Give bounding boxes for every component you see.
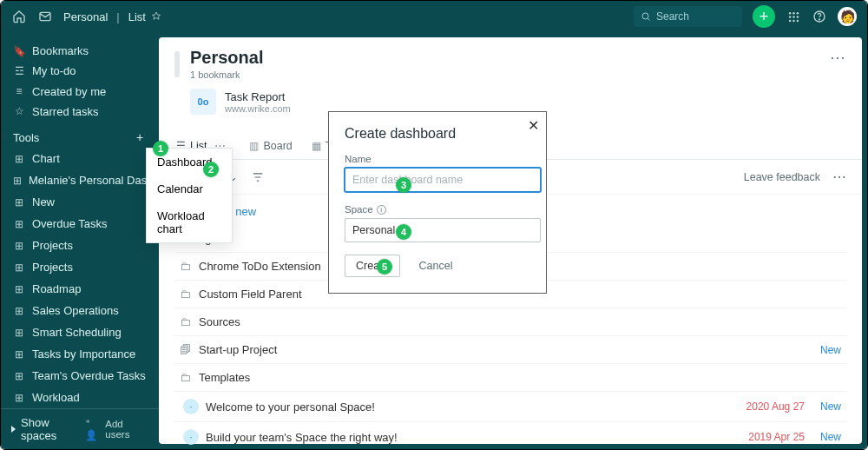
item-status: New <box>820 344 841 356</box>
star-icon: ☆ <box>13 105 25 117</box>
todo-icon: ☲ <box>13 65 25 77</box>
triangle-right-icon <box>11 426 16 433</box>
sidebar-tool-item[interactable]: ⊞Overdue Tasks <box>1 213 159 235</box>
search-placeholder: Search <box>656 10 689 23</box>
svg-point-6 <box>792 16 795 18</box>
sidebar-tool-item[interactable]: ⊞Tasks by Importance <box>1 343 159 365</box>
item-date: 2019 Apr 25 <box>748 431 805 443</box>
page-title: Personal <box>190 48 291 68</box>
add-tool-button[interactable]: + <box>133 130 147 144</box>
tool-icon: ⊞ <box>13 327 25 339</box>
sidebar-tool-item[interactable]: ⊞Projects <box>1 256 159 278</box>
tool-icon: ⊞ <box>13 196 25 208</box>
callout-1: 1 <box>153 141 168 156</box>
item-title: Start-up Project <box>199 343 820 356</box>
bookmark-title: Task Report <box>225 90 291 103</box>
list-icon: ≡ <box>13 85 25 97</box>
filter-icon[interactable] <box>252 171 264 183</box>
breadcrumb-space: Personal <box>63 10 108 23</box>
sidebar-tool-item[interactable]: ⊞Projects <box>1 235 159 256</box>
folder-icon: 🗀 <box>180 371 199 384</box>
dropdown-item-workload[interactable]: Workload chart <box>147 202 232 242</box>
svg-point-2 <box>788 11 791 14</box>
sidebar-item-starred[interactable]: ☆Starred tasks <box>1 102 159 122</box>
create-dashboard-modal: ✕ Create dashboard Name Spacei Personal … <box>328 111 547 294</box>
tool-icon: ⊞ <box>13 370 25 382</box>
dropdown-item-calendar[interactable]: Calendar <box>147 175 232 202</box>
list-item[interactable]: ·Welcome to your personal Space!2020 Aug… <box>174 391 846 421</box>
bookmark-card[interactable]: 0o Task Report www.wrike.com <box>190 89 291 115</box>
item-date: 2020 Aug 27 <box>746 400 805 413</box>
tab-board[interactable]: ▥Board <box>247 133 293 159</box>
more-menu-button[interactable]: ⋯ <box>830 48 846 67</box>
home-icon[interactable] <box>11 9 27 24</box>
bookmark-thumb: 0o <box>190 89 216 115</box>
tool-icon: ⊞ <box>13 348 25 361</box>
tool-icon: ⊞ <box>13 240 25 252</box>
breadcrumb[interactable]: Personal | List <box>63 10 161 23</box>
svg-point-7 <box>796 16 799 18</box>
svg-point-9 <box>792 19 795 22</box>
info-icon[interactable]: i <box>377 205 386 215</box>
sidebar-tool-item[interactable]: ⊞Roadmap <box>1 278 159 300</box>
svg-point-10 <box>796 19 799 22</box>
add-tool-dropdown: Dashboard Calendar Workload chart <box>146 148 233 243</box>
item-title: Sources <box>199 315 841 328</box>
sidebar-tool-item[interactable]: ⊞Sales Operations <box>1 300 159 321</box>
inbox-icon[interactable] <box>37 9 53 24</box>
pin-icon[interactable] <box>151 11 161 22</box>
list-item[interactable]: 🗀Templates <box>174 363 846 391</box>
tool-icon: ⊞ <box>13 392 25 404</box>
drag-handle[interactable] <box>174 51 180 77</box>
dashboard-name-input[interactable] <box>345 168 541 192</box>
add-users-button[interactable]: ⁺👤 Add users <box>85 417 148 441</box>
tool-icon: ⊞ <box>13 261 25 274</box>
global-add-button[interactable]: + <box>753 5 775 28</box>
modal-title: Create dashboard <box>345 126 530 142</box>
cancel-button[interactable]: Cancel <box>409 255 464 277</box>
sidebar-item-bookmarks[interactable]: 🔖Bookmarks <box>1 41 159 61</box>
toolbar-more-button[interactable]: ⋯ <box>832 169 846 185</box>
item-title: Templates <box>199 371 841 384</box>
svg-point-8 <box>788 19 791 22</box>
callout-5: 5 <box>377 259 392 275</box>
avatar[interactable]: 🧑 <box>838 7 857 26</box>
sidebar-tool-item[interactable]: ⊞Smart Scheduling <box>1 321 159 343</box>
folder-icon: 🗀 <box>180 288 199 301</box>
table-view-icon: ▦ <box>312 140 321 152</box>
sidebar-tool-item[interactable]: ⊞Melanie's Personal Dashboard <box>1 169 159 191</box>
svg-point-5 <box>788 16 791 18</box>
help-icon[interactable] <box>812 9 827 24</box>
sidebar-tool-item[interactable]: ⊞New <box>1 191 159 213</box>
folder-icon: 🗀 <box>180 315 199 328</box>
sidebar: 🔖Bookmarks ☲My to-do ≡Created by me ☆Sta… <box>1 32 159 449</box>
leave-feedback-link[interactable]: Leave feedback <box>744 171 820 183</box>
search-input[interactable]: Search <box>634 6 742 27</box>
folder-icon: 🗀 <box>180 260 199 273</box>
tool-icon: ⊞ <box>13 175 22 187</box>
sidebar-tool-item[interactable]: ⊞Chart <box>1 148 159 169</box>
tool-icon: ⊞ <box>13 218 25 230</box>
item-status: New <box>820 431 841 443</box>
show-spaces-button[interactable]: Show spaces <box>11 416 85 442</box>
sidebar-item-createdbyme[interactable]: ≡Created by me <box>1 82 159 102</box>
apps-grid-icon[interactable] <box>786 9 801 24</box>
sidebar-item-mytodo[interactable]: ☲My to-do <box>1 61 159 81</box>
list-item[interactable]: ·Build your team's Space the right way!2… <box>174 421 846 450</box>
svg-point-3 <box>792 11 795 14</box>
list-item[interactable]: 🗐Start-up ProjectNew <box>174 335 846 363</box>
item-title: Build your team's Space the right way! <box>206 431 748 444</box>
add-user-icon: ⁺👤 <box>85 417 102 441</box>
svg-point-12 <box>819 19 819 20</box>
tool-icon: ⊞ <box>13 283 25 295</box>
list-item[interactable]: 🗀Sources <box>174 308 846 335</box>
space-select[interactable]: Personal <box>345 218 541 242</box>
sidebar-tools-header: Tools + <box>1 122 159 148</box>
close-icon[interactable]: ✕ <box>528 117 539 134</box>
callout-4: 4 <box>396 224 411 240</box>
sidebar-tool-item[interactable]: ⊞Team's Overdue Tasks <box>1 365 159 387</box>
sidebar-tool-item[interactable]: ⊞Workload <box>1 387 159 408</box>
tool-icon: ⊞ <box>13 153 25 165</box>
svg-point-4 <box>796 11 799 14</box>
board-view-icon: ▥ <box>249 140 259 152</box>
